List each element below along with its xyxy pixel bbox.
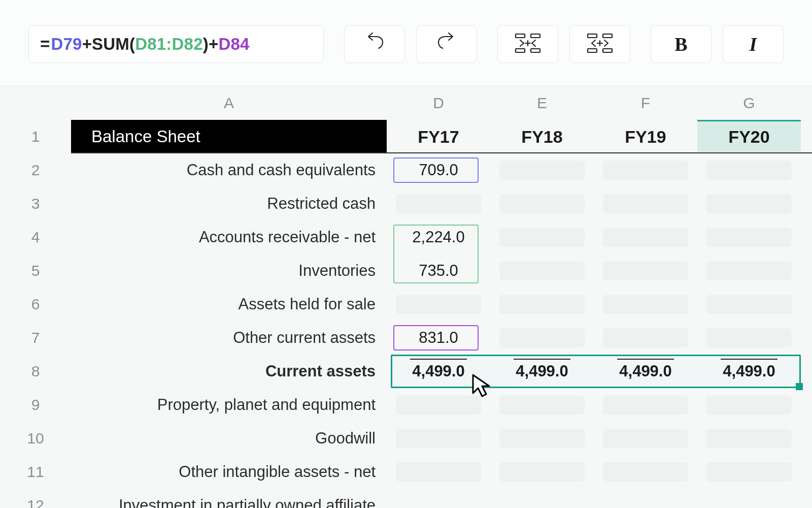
cell-g11[interactable] bbox=[706, 462, 792, 482]
toolbar: = D79 + SUM( D81:D82 ) + D84 bbox=[0, 0, 812, 86]
row-header-5[interactable]: 5 bbox=[0, 254, 71, 288]
label-cash[interactable]: Cash and cash equivalents bbox=[71, 153, 387, 187]
cell-g4[interactable] bbox=[706, 228, 792, 247]
col-fy19[interactable]: FY19 bbox=[594, 120, 697, 153]
col-header-g[interactable]: G bbox=[697, 86, 801, 120]
cell-f11[interactable] bbox=[603, 462, 688, 482]
cell-d10[interactable] bbox=[396, 429, 481, 448]
cell-g5[interactable] bbox=[706, 261, 792, 280]
row-12: Investment in partially owned affiliate bbox=[71, 489, 812, 508]
row-header-6[interactable]: 6 bbox=[0, 288, 71, 321]
row-header-10[interactable]: 10 bbox=[0, 422, 71, 455]
row-7: Other current assets 831.0 bbox=[71, 321, 812, 355]
cell-d4[interactable]: 2,224.0 bbox=[387, 220, 490, 254]
cell-f9[interactable] bbox=[603, 395, 688, 415]
label-assets-held[interactable]: Assets held for sale bbox=[71, 288, 387, 321]
label-restricted-cash[interactable]: Restricted cash bbox=[71, 187, 387, 220]
row-header-9[interactable]: 9 bbox=[0, 388, 71, 422]
formula-bar[interactable]: = D79 + SUM( D81:D82 ) + D84 bbox=[28, 25, 324, 63]
insert-row-button[interactable] bbox=[497, 25, 558, 63]
cell-e3[interactable] bbox=[499, 194, 585, 213]
label-ppe[interactable]: Property, planet and equipment bbox=[71, 388, 387, 422]
formula-ref-d84: D84 bbox=[218, 35, 249, 54]
row-9: Property, planet and equipment bbox=[71, 388, 812, 422]
cell-d7[interactable]: 831.0 bbox=[387, 321, 490, 355]
row-8: Current assets 4,499.0 4,499.0 4,499.0 4… bbox=[71, 355, 812, 388]
cell-e6[interactable] bbox=[499, 295, 585, 314]
column-headers: A D E F G bbox=[71, 86, 812, 120]
col-header-a[interactable]: A bbox=[71, 86, 387, 120]
col-header-d[interactable]: D bbox=[387, 86, 490, 120]
cell-f10[interactable] bbox=[603, 429, 688, 448]
cell-f6[interactable] bbox=[603, 295, 688, 314]
cell-g6[interactable] bbox=[706, 295, 792, 314]
row-3: Restricted cash bbox=[71, 187, 812, 220]
row-5: Inventories 735.0 bbox=[71, 254, 812, 288]
row-col-group bbox=[497, 25, 630, 63]
cell-e2[interactable] bbox=[499, 161, 585, 180]
cell-d5[interactable]: 735.0 bbox=[387, 254, 490, 288]
redo-button[interactable] bbox=[416, 25, 477, 63]
bold-button[interactable]: B bbox=[651, 25, 712, 63]
row-6: Assets held for sale bbox=[71, 288, 812, 321]
label-investment-affiliate[interactable]: Investment in partially owned affiliate bbox=[71, 489, 387, 508]
row-header-1[interactable]: 1 bbox=[0, 120, 71, 153]
col-header-e[interactable]: E bbox=[490, 86, 594, 120]
cell-e4[interactable] bbox=[499, 228, 585, 247]
row-header-11[interactable]: 11 bbox=[0, 455, 71, 489]
redo-icon bbox=[435, 32, 458, 56]
delete-row-button[interactable] bbox=[569, 25, 630, 63]
row-header-4[interactable]: 4 bbox=[0, 220, 71, 254]
spreadsheet-grid: A D E F G 1 2 3 4 5 6 7 8 9 10 11 12 Bal… bbox=[0, 86, 812, 508]
cell-d3[interactable] bbox=[396, 194, 481, 213]
cell-f4[interactable] bbox=[603, 228, 688, 247]
cell-e10[interactable] bbox=[499, 429, 585, 448]
formula-fn-sum: SUM( bbox=[92, 35, 135, 54]
formula-ref-d79: D79 bbox=[51, 35, 82, 54]
label-intangibles[interactable]: Other intangible assets - net bbox=[71, 455, 387, 489]
svg-rect-1 bbox=[531, 34, 540, 38]
format-group: B I bbox=[651, 25, 784, 63]
cell-d9[interactable] bbox=[396, 395, 481, 415]
label-other-current[interactable]: Other current assets bbox=[71, 321, 387, 355]
label-current-assets[interactable]: Current assets bbox=[71, 355, 387, 388]
label-goodwill[interactable]: Goodwill bbox=[71, 422, 387, 455]
italic-button[interactable]: I bbox=[723, 25, 784, 63]
row-header-7[interactable]: 7 bbox=[0, 321, 71, 355]
col-header-f[interactable]: F bbox=[594, 86, 697, 120]
col-fy20[interactable]: FY20 bbox=[697, 120, 801, 152]
undo-button[interactable] bbox=[344, 25, 405, 63]
cell-d6[interactable] bbox=[396, 295, 481, 314]
cell-d2[interactable]: 709.0 bbox=[387, 153, 490, 187]
cell-e7[interactable] bbox=[499, 328, 585, 347]
label-ar-net[interactable]: Accounts receivable - net bbox=[71, 220, 387, 254]
cell-g10[interactable] bbox=[706, 429, 792, 448]
cell-f7[interactable] bbox=[603, 328, 688, 347]
label-inventories[interactable]: Inventories bbox=[71, 254, 387, 288]
cell-g2[interactable] bbox=[706, 161, 792, 180]
row-10: Goodwill bbox=[71, 422, 812, 455]
svg-rect-2 bbox=[516, 49, 525, 52]
row-header-8[interactable]: 8 bbox=[0, 355, 71, 388]
row-2: Cash and cash equivalents 709.0 bbox=[71, 153, 812, 187]
cell-g3[interactable] bbox=[706, 194, 792, 213]
col-fy18[interactable]: FY18 bbox=[490, 120, 594, 153]
col-fy17[interactable]: FY17 bbox=[387, 120, 490, 153]
svg-rect-6 bbox=[588, 49, 597, 52]
row-header-12[interactable]: 12 bbox=[0, 489, 71, 508]
cell-e9[interactable] bbox=[499, 395, 585, 415]
formula-close-paren: ) bbox=[203, 35, 209, 54]
row-header-2[interactable]: 2 bbox=[0, 153, 71, 187]
cell-e11[interactable] bbox=[499, 462, 585, 482]
cell-f5[interactable] bbox=[603, 261, 688, 280]
cell-f3[interactable] bbox=[603, 194, 688, 213]
overline-f8 bbox=[617, 359, 674, 360]
sheet-title[interactable]: Balance Sheet bbox=[71, 120, 387, 153]
cell-g9[interactable] bbox=[706, 395, 792, 415]
cell-g7[interactable] bbox=[706, 328, 792, 347]
cell-f2[interactable] bbox=[603, 161, 688, 180]
row-header-3[interactable]: 3 bbox=[0, 187, 71, 220]
cell-d11[interactable] bbox=[396, 462, 481, 482]
cell-e5[interactable] bbox=[499, 261, 585, 280]
svg-rect-5 bbox=[603, 34, 612, 38]
